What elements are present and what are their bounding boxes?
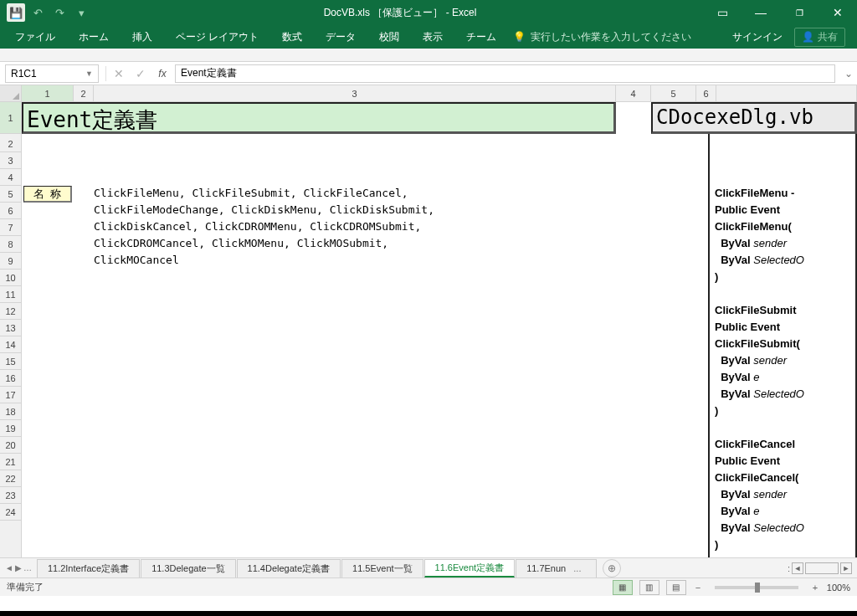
qat-dropdown-icon[interactable]: ▾ (72, 3, 90, 22)
row-header[interactable]: 24 (0, 504, 21, 521)
zoom-slider[interactable] (715, 586, 798, 589)
row-header[interactable]: 8 (0, 236, 21, 253)
name-box[interactable]: R1C1 ▼ (5, 64, 99, 83)
restore-button[interactable]: ❐ (780, 0, 819, 25)
enter-icon[interactable]: ✓ (130, 67, 151, 80)
save-icon[interactable]: 💾 (7, 3, 25, 22)
separator (105, 66, 106, 81)
row-header[interactable]: 1 (0, 102, 21, 134)
expand-formula-bar-icon[interactable]: ⌄ (840, 68, 857, 80)
tab-file[interactable]: ファイル (3, 25, 67, 49)
sheet-tab[interactable]: 11.5Event一覧 (341, 559, 423, 578)
sheet-hscroll: : ◄ ► (788, 562, 857, 574)
scroll-right-icon[interactable]: ► (840, 562, 852, 574)
col-header[interactable]: 3 (94, 85, 616, 101)
bottom-border (0, 611, 857, 616)
title-bar: 💾 ↶ ↷ ▾ DocVB.xls ［保護ビュー］ - Excel ▭ — ❐ … (0, 0, 857, 25)
tell-me[interactable]: 💡 実行したい作業を入力してください (513, 30, 691, 44)
cell-grid[interactable]: Event定義書 CDocexeDlg.vb 名 称 ClickFileMenu… (22, 102, 857, 557)
sheet-nav: ◄ ▶ … (0, 563, 37, 572)
row-header[interactable]: 3 (0, 152, 21, 169)
row-header[interactable]: 17 (0, 387, 21, 403)
tab-formulas[interactable]: 数式 (270, 25, 314, 49)
row-header[interactable]: 10 (0, 270, 21, 286)
col-header[interactable]: 2 (74, 85, 94, 101)
view-page-layout-button[interactable]: ▥ (639, 580, 659, 595)
sheet-tab-active[interactable]: 11.6Event定義書 (424, 559, 516, 578)
cell-filename[interactable]: CDocexeDlg.vb (651, 102, 857, 134)
tell-me-text: 実行したい作業を入力してください (531, 30, 691, 44)
sheet-nav-more-icon[interactable]: … (23, 563, 32, 572)
zoom-thumb[interactable] (755, 583, 760, 593)
row-header[interactable]: 23 (0, 487, 21, 504)
row-header[interactable]: 2 (0, 136, 21, 152)
ribbon-collapsed-bar (0, 49, 857, 62)
zoom-in-button[interactable]: + (810, 583, 820, 593)
view-normal-button[interactable]: ▦ (613, 580, 633, 595)
sheet-tab-truncated: ... (568, 563, 586, 573)
tab-home[interactable]: ホーム (67, 25, 121, 49)
sheet-nav-prev-icon[interactable]: ▶ (15, 563, 22, 572)
row-header[interactable]: 11 (0, 286, 21, 303)
name-box-dropdown-icon[interactable]: ▼ (85, 69, 93, 78)
window-title: DocVB.xls ［保護ビュー］ - Excel (97, 6, 703, 20)
sheet-tabs-bar: ◄ ▶ … 11.2Interface定義書 11.3Delegate一覧 11… (0, 557, 857, 578)
sheet-tab[interactable]: 11.3Delegate一覧 (141, 559, 235, 578)
view-page-break-button[interactable]: ▤ (666, 580, 686, 595)
scroll-left-icon[interactable]: ◄ (792, 562, 803, 574)
close-button[interactable]: ✕ (819, 0, 857, 25)
zoom-out-button[interactable]: − (693, 583, 703, 593)
sheet-tab[interactable]: 11.7Enun ... (516, 559, 597, 578)
row-header[interactable]: 5 (0, 186, 21, 203)
new-sheet-button[interactable]: ⊕ (603, 559, 621, 578)
tab-page-layout[interactable]: ページ レイアウト (164, 25, 270, 49)
col-header[interactable]: 4 (616, 85, 651, 101)
tab-team[interactable]: チーム (454, 25, 508, 49)
zoom-level[interactable]: 100% (827, 583, 850, 593)
cancel-icon[interactable]: ✕ (108, 67, 130, 80)
col-header[interactable]: 6 (696, 85, 716, 101)
row-header[interactable]: 16 (0, 370, 21, 387)
cell-title[interactable]: Event定義書 (22, 102, 616, 134)
row-header[interactable]: 22 (0, 470, 21, 487)
sheet-tab[interactable]: 11.4Delegate定義書 (237, 559, 341, 578)
tab-review[interactable]: 校閲 (367, 25, 411, 49)
share-icon: 👤 (802, 31, 814, 43)
row-header[interactable]: 9 (0, 253, 21, 270)
row-header[interactable]: 7 (0, 219, 21, 236)
sheet-tab[interactable]: 11.2Interface定義書 (37, 559, 140, 578)
row-header[interactable]: 13 (0, 320, 21, 336)
row-header[interactable]: 15 (0, 353, 21, 370)
signin-link[interactable]: サインイン (732, 30, 783, 44)
scrollbar-thumb[interactable] (805, 562, 839, 574)
tab-data[interactable]: データ (314, 25, 367, 49)
redo-icon[interactable]: ↷ (50, 3, 69, 22)
status-bar: 準備完了 ▦ ▥ ▤ − + 100% (0, 578, 857, 596)
col-header[interactable]: 1 (22, 85, 74, 101)
row-header[interactable]: 6 (0, 203, 21, 219)
row-header[interactable]: 19 (0, 420, 21, 437)
col-header-rest[interactable] (716, 85, 857, 101)
undo-icon[interactable]: ↶ (28, 3, 47, 22)
col-header[interactable]: 5 (651, 85, 696, 101)
tab-insert[interactable]: 挿入 (121, 25, 164, 49)
event-names-text[interactable]: ClickFileMenu, ClickFileSubmit, ClickFil… (94, 185, 434, 269)
formula-input[interactable]: Event定義書 (175, 64, 835, 83)
row-header[interactable]: 20 (0, 437, 21, 454)
side-code-text[interactable]: ClickFileMenu - Public Event ClickFileMe… (715, 185, 857, 553)
sheet-nav-first-icon[interactable]: ◄ (5, 563, 13, 572)
minimize-button[interactable]: — (742, 0, 780, 25)
select-all-button[interactable] (0, 85, 22, 101)
share-button[interactable]: 👤 共有 (794, 28, 845, 47)
ribbon-options-icon[interactable]: ▭ (703, 0, 742, 25)
formula-bar: R1C1 ▼ ✕ ✓ fx Event定義書 ⌄ (0, 62, 857, 85)
fx-icon[interactable]: fx (151, 68, 173, 80)
row-header[interactable]: 21 (0, 454, 21, 470)
split-handle[interactable]: : (788, 563, 790, 573)
label-name[interactable]: 名 称 (23, 186, 72, 203)
row-header[interactable]: 4 (0, 169, 21, 186)
row-header[interactable]: 14 (0, 336, 21, 353)
row-header[interactable]: 18 (0, 403, 21, 420)
tab-view[interactable]: 表示 (411, 25, 454, 49)
row-header[interactable]: 12 (0, 303, 21, 320)
